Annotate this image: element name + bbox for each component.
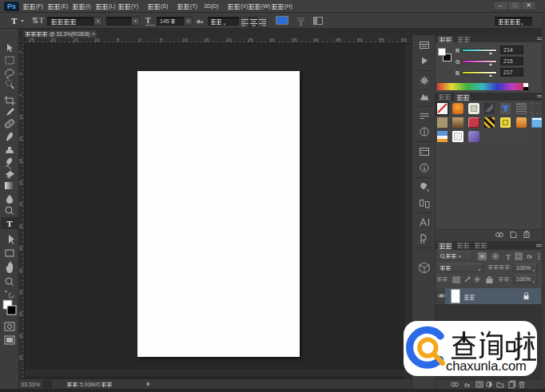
svg-text:T: T — [506, 253, 511, 261]
svg-text:chaxunla.com: chaxunla.com — [446, 358, 527, 373]
svg-text:T: T — [298, 18, 304, 26]
svg-text:fx: fx — [527, 253, 533, 260]
svg-text:fx: fx — [464, 382, 471, 389]
svg-text:T: T — [6, 219, 13, 228]
